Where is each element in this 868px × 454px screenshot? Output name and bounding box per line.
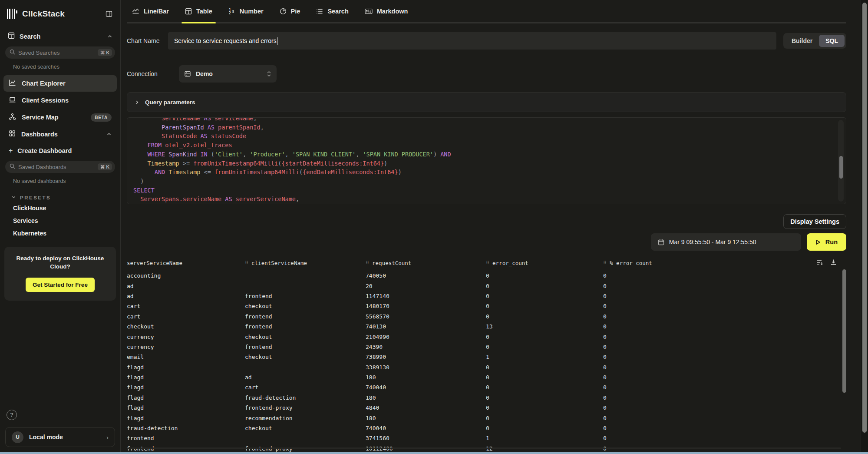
clickstack-logo: ClickStack xyxy=(7,9,65,19)
table-scrollbar-thumb[interactable] xyxy=(842,269,846,393)
sql-mode-button[interactable]: SQL xyxy=(819,35,845,47)
tab-markdown[interactable]: Markdown xyxy=(365,0,408,22)
column-header-clientservicename[interactable]: ⠿clientServiceName xyxy=(245,260,366,266)
column-header--error-count[interactable]: ⠿% error count xyxy=(603,260,846,266)
code-line: ServerSpans.serviceName AS serverService… xyxy=(133,195,846,204)
saved-searches-input[interactable]: Saved Searches ⌘ K xyxy=(5,46,115,59)
tab-search[interactable]: Search xyxy=(316,0,348,22)
code-line: Timestamp >= fromUnixTimestamp64Milli({s… xyxy=(133,159,846,168)
tab-number[interactable]: 123Number xyxy=(228,0,264,22)
table-cell: 738990 xyxy=(366,354,486,360)
sql-code: ServiceName AS serviceName, ParentSpanId… xyxy=(133,117,846,204)
display-settings-button[interactable]: Display Settings xyxy=(783,214,846,229)
table-cell: 0 xyxy=(486,415,603,421)
search-section-label: Search xyxy=(20,33,40,40)
shortcut-badge: ⌘ K xyxy=(98,49,112,56)
table-cell: 2104990 xyxy=(366,334,486,340)
drag-handle-icon[interactable]: ⠿ xyxy=(603,261,607,265)
column-header-requestcount[interactable]: ⠿requestCount xyxy=(366,260,486,266)
tab-line-bar[interactable]: Line/Bar xyxy=(132,0,169,22)
date-range-input[interactable]: Mar 9 09:55:50 - Mar 9 12:55:50 xyxy=(651,233,801,251)
editor-scrollbar-thumb[interactable] xyxy=(839,156,843,179)
table-cell: ad xyxy=(245,374,366,381)
pie-icon xyxy=(280,8,287,15)
table-cell: 180 xyxy=(366,415,486,421)
column-header-serverservicename[interactable]: serverServiceName xyxy=(127,260,245,266)
help-button[interactable]: ? xyxy=(7,410,17,420)
drag-handle-icon[interactable]: ⠿ xyxy=(245,261,248,265)
create-dashboard-button[interactable]: + Create Dashboard xyxy=(0,142,120,159)
table-row: flagdcart74004000 xyxy=(127,382,846,392)
drag-handle-icon[interactable]: ⠿ xyxy=(486,261,489,265)
horizontal-scrollbar-track[interactable] xyxy=(127,447,841,449)
page-scrollbar-thumb[interactable] xyxy=(862,3,867,433)
filter-lines-icon[interactable] xyxy=(816,259,823,266)
table-cell: 5568570 xyxy=(366,313,486,320)
table-cell: 0 xyxy=(603,415,846,421)
run-button[interactable]: Run xyxy=(807,233,846,251)
sidebar-item-dashboards[interactable]: Dashboards xyxy=(3,126,117,142)
chart-explorer-icon xyxy=(9,79,16,88)
table-cell: cart xyxy=(127,303,245,309)
code-line: StatusCode AS statusCode xyxy=(133,132,846,141)
table-row: cartfrontend556857000 xyxy=(127,312,846,321)
sidebar: ClickStack Search Saved Searches ⌘ K No … xyxy=(0,0,121,454)
number-123-icon: 123 xyxy=(228,8,235,15)
sidebar-section-search[interactable]: Search xyxy=(0,28,120,45)
sidebar-item-service-map[interactable]: Service MapBETA xyxy=(3,109,117,126)
tab-pie[interactable]: Pie xyxy=(280,0,300,22)
table-icon xyxy=(185,8,192,15)
presets-label: PRESETS xyxy=(20,195,51,200)
markdown-icon xyxy=(365,8,373,15)
sidebar-item-chart-explorer[interactable]: Chart Explorer xyxy=(3,75,117,92)
table-cell: 0 xyxy=(603,293,846,299)
table-cell: 0 xyxy=(603,303,846,309)
drag-handle-icon[interactable]: ⠿ xyxy=(366,261,369,265)
table-cell: cart xyxy=(127,313,245,320)
create-dashboard-label: Create Dashboard xyxy=(17,147,72,154)
table-cell: 3741560 xyxy=(366,435,486,441)
table-row: adfrontend114714000 xyxy=(127,291,846,301)
panel-collapse-icon[interactable] xyxy=(106,10,112,17)
preset-services[interactable]: Services xyxy=(0,215,120,227)
preset-clickhouse[interactable]: ClickHouse xyxy=(0,202,120,215)
beta-badge: BETA xyxy=(91,113,112,122)
tab-table[interactable]: Table xyxy=(185,0,212,22)
table-row: checkoutfrontend740130130 xyxy=(127,321,846,331)
presets-section-header[interactable]: PRESETS xyxy=(0,189,120,202)
table-cell: 0 xyxy=(603,364,846,371)
main-panel: Line/BarTable123NumberPieSearchMarkdown … xyxy=(121,0,868,454)
table-cell: flagd xyxy=(127,415,245,421)
connection-value: Demo xyxy=(196,70,213,77)
saved-dashboards-input[interactable]: Saved Dashboards ⌘ K xyxy=(5,161,115,173)
local-mode-button[interactable]: U Local mode › xyxy=(5,427,115,447)
query-parameters-label: Query parameters xyxy=(145,99,195,106)
table-cell: 0 xyxy=(486,272,603,279)
column-header-error-count[interactable]: ⠿error_count xyxy=(486,260,603,266)
table-cell: 0 xyxy=(486,313,603,320)
download-icon[interactable] xyxy=(830,259,837,266)
get-started-button[interactable]: Get Started for Free xyxy=(26,278,95,292)
table-cell: 0 xyxy=(603,435,846,441)
sidebar-item-client-sessions[interactable]: Client Sessions xyxy=(3,92,117,109)
table-cell: 0 xyxy=(603,283,846,289)
chevron-right-icon: › xyxy=(106,434,109,441)
connection-select[interactable]: Demo xyxy=(179,65,277,83)
preset-kubernetes[interactable]: Kubernetes xyxy=(0,227,120,240)
chart-name-input[interactable]: Service to service requests and errors xyxy=(168,32,776,50)
table-cell: 740040 xyxy=(366,425,486,431)
sql-editor[interactable]: ServiceName AS serviceName, ParentSpanId… xyxy=(127,117,846,204)
chevron-up-icon xyxy=(106,132,112,137)
query-parameters-toggle[interactable]: Query parameters xyxy=(127,92,846,112)
code-line: ParentSpanId AS parentSpanId, xyxy=(133,123,846,132)
table-row: ad2000 xyxy=(127,281,846,291)
builder-mode-button[interactable]: Builder xyxy=(785,35,819,47)
table-cell: 0 xyxy=(486,283,603,289)
table-cell: email xyxy=(127,354,245,360)
code-line: ) xyxy=(133,177,846,186)
table-grid-icon xyxy=(8,32,15,40)
chevron-up-icon[interactable] xyxy=(107,34,112,39)
table-cell: 1480170 xyxy=(366,303,486,309)
table-row: accounting74005000 xyxy=(127,271,846,281)
code-line: SELECT xyxy=(133,186,846,195)
